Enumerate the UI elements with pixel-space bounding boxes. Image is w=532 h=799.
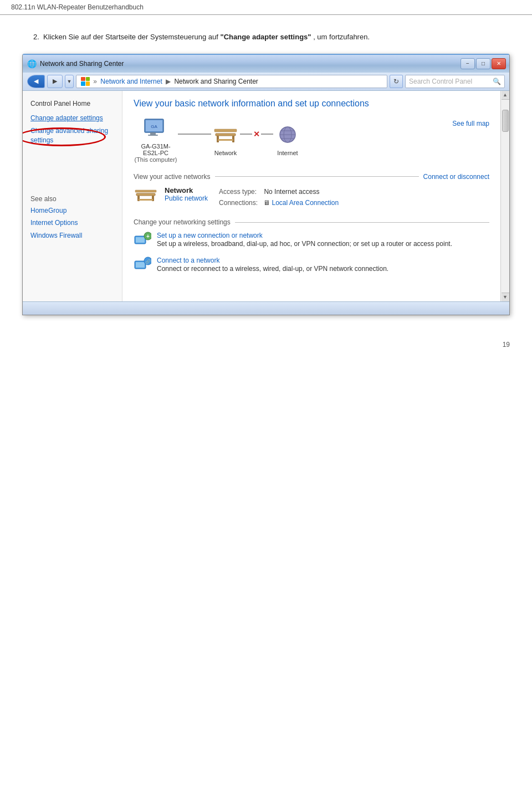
new-connection-link[interactable]: Set up a new connection or network xyxy=(157,232,452,239)
titlebar-left: 🌐 Network and Sharing Center xyxy=(27,59,124,68)
scroll-down-button[interactable]: ▼ xyxy=(502,293,509,301)
address-current: Network and Sharing Center xyxy=(174,78,258,85)
internet-icon xyxy=(273,124,302,147)
network-diagram: GA GA-G31M-ES2L-PC(This computer) xyxy=(134,117,489,163)
main-panel: View your basic network information and … xyxy=(122,91,500,301)
section-divider-1 xyxy=(215,176,419,177)
networking-section: + Set up a new connection or network Set… xyxy=(134,232,489,274)
computer-label: GA-G31M-ES2L-PC(This computer) xyxy=(134,143,178,163)
sidebar-spacer4 xyxy=(23,173,122,182)
network-name-block: Network Public network xyxy=(165,186,208,202)
sidebar-item-windows-firewall[interactable]: Windows Firewall xyxy=(23,229,122,242)
sidebar-spacer xyxy=(23,147,122,156)
page-header: 802.11n WLAN-Repeater Benutzerhandbuch xyxy=(0,0,532,15)
path-arrow: ▶ xyxy=(164,78,173,85)
instruction-after: , um fortzufahren. xyxy=(313,33,370,41)
connector-1 xyxy=(178,134,211,135)
connect-network-desc: Connect or reconnect to a wireless, wire… xyxy=(157,264,388,274)
sidebar-see-also-label: See also xyxy=(23,193,122,204)
instruction-area: 2. Klicken Sie auf der Startseite der Sy… xyxy=(0,15,532,54)
svg-rect-19 xyxy=(135,190,156,192)
refresh-button[interactable]: ↻ xyxy=(390,75,403,88)
instruction-text: 2. Klicken Sie auf der Startseite der Sy… xyxy=(33,32,499,43)
sidebar: Control Panel Home Change adapter settin… xyxy=(23,91,122,301)
new-connection-icon: + xyxy=(134,232,151,247)
see-full-map-link[interactable]: See full map xyxy=(452,117,489,127)
search-placeholder: Search Control Panel xyxy=(409,78,472,85)
network-node: Network xyxy=(211,124,240,156)
close-button[interactable]: ✕ xyxy=(492,58,506,69)
sidebar-item-internet-options[interactable]: Internet Options xyxy=(23,217,122,229)
minimize-button[interactable]: − xyxy=(461,58,475,69)
main-content: Control Panel Home Change adapter settin… xyxy=(23,91,509,301)
svg-rect-21 xyxy=(136,237,145,243)
footer-area: 19 xyxy=(0,315,532,360)
active-network-bench-icon xyxy=(134,186,158,208)
change-networking-header: Change your networking settings xyxy=(134,218,489,226)
network-sharing-window: 🌐 Network and Sharing Center − □ ✕ ◀ ▶ ▼… xyxy=(22,54,510,315)
computer-node: GA GA-G31M-ES2L-PC(This computer) xyxy=(134,117,178,163)
main-title: View your basic network information and … xyxy=(134,99,489,109)
titlebar-icon: 🌐 xyxy=(27,59,37,68)
search-box[interactable]: Search Control Panel 🔍 xyxy=(405,75,505,88)
page-header-title: 802.11n WLAN-Repeater Benutzerhandbuch xyxy=(11,3,144,11)
change-networking-label: Change your networking settings xyxy=(134,218,235,226)
active-network-type[interactable]: Public network xyxy=(165,194,208,202)
recent-pages-button[interactable]: ▼ xyxy=(65,75,74,88)
access-type-row: Access type: No Internet access xyxy=(219,186,339,197)
sidebar-item-change-adapter-settings[interactable]: Change adapter settings xyxy=(23,112,122,125)
statusbar xyxy=(23,301,509,315)
sidebar-spacer3 xyxy=(23,165,122,173)
access-type-value: No Internet access xyxy=(264,188,319,196)
svg-text:GA: GA xyxy=(151,124,157,129)
section-divider-2 xyxy=(235,222,489,223)
connection-icon: 🖥 xyxy=(263,199,270,207)
active-network-name: Network xyxy=(165,186,208,194)
svg-rect-18 xyxy=(139,199,153,201)
access-type-label: Access type: xyxy=(219,188,257,196)
windows-logo-icon xyxy=(81,77,90,86)
svg-rect-5 xyxy=(216,134,236,136)
svg-text:🔗: 🔗 xyxy=(145,259,151,264)
page-number: 19 xyxy=(503,341,510,349)
sidebar-item-change-advanced-sharing[interactable]: Change advanced sharing settings xyxy=(23,125,122,147)
internet-node: Internet xyxy=(273,124,302,156)
maximize-button[interactable]: □ xyxy=(476,58,490,69)
scroll-up-button[interactable]: ▲ xyxy=(502,91,509,100)
svg-rect-3 xyxy=(148,135,158,136)
sidebar-item-homegroup[interactable]: HomeGroup xyxy=(23,204,122,217)
connections-label: Connections: xyxy=(219,199,258,207)
internet-label: Internet xyxy=(277,150,298,156)
window-controls: − □ ✕ xyxy=(461,58,506,69)
titlebar: 🌐 Network and Sharing Center − □ ✕ xyxy=(23,55,509,73)
active-networks-header: View your active networks Connect or dis… xyxy=(134,173,489,181)
address-network-internet[interactable]: Network and Internet xyxy=(99,78,162,85)
addressbar: ◀ ▶ ▼ » Network and Internet ▶ Network a… xyxy=(23,73,509,91)
new-connection-desc: Set up a wireless, broadband, dial-up, a… xyxy=(157,239,452,249)
address-path: » Network and Internet ▶ Network and Sha… xyxy=(76,75,387,88)
scrollbar-thumb[interactable] xyxy=(502,110,509,132)
forward-button[interactable]: ▶ xyxy=(47,75,63,88)
connections-value[interactable]: Local Area Connection xyxy=(272,199,339,207)
network-label: Network xyxy=(214,150,237,156)
titlebar-title: Network and Sharing Center xyxy=(40,60,124,68)
networking-item-new-connection: + Set up a new connection or network Set… xyxy=(134,232,489,249)
svg-rect-25 xyxy=(136,262,145,268)
svg-rect-9 xyxy=(214,129,237,132)
active-network-row: Network Public network Access type: No I… xyxy=(134,186,489,209)
svg-rect-8 xyxy=(218,139,233,141)
scrollbar[interactable]: ▲ ▼ xyxy=(500,91,509,301)
connect-disconnect-link[interactable]: Connect or disconnect xyxy=(419,173,489,181)
network-icon xyxy=(211,124,240,147)
address-separator: » xyxy=(93,78,97,85)
networking-item-connect-network: 🔗 Connect to a network Connect or reconn… xyxy=(134,257,489,274)
instruction-bold: "Change adapter settings" xyxy=(220,33,311,41)
svg-rect-2 xyxy=(150,132,156,135)
connect-network-link[interactable]: Connect to a network xyxy=(157,257,388,264)
networking-item-text-2: Connect to a network Connect or reconnec… xyxy=(157,257,388,274)
back-button[interactable]: ◀ xyxy=(27,75,45,88)
svg-text:+: + xyxy=(146,233,150,239)
computer-icon: GA xyxy=(141,117,170,141)
network-info-left: Network Public network xyxy=(134,186,208,208)
connections-row: Connections: 🖥 Local Area Connection xyxy=(219,197,339,208)
